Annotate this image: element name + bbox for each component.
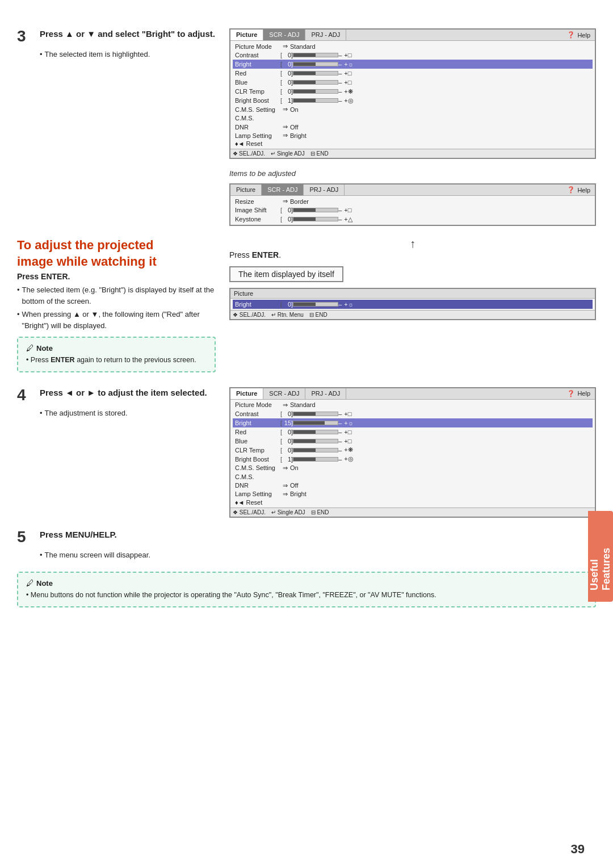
step5-left: 5 Press MENU/HELP. The menu screen will … xyxy=(17,529,216,563)
osd-lamp: Lamp Setting ⇒ Bright xyxy=(233,131,593,140)
s4-bright-bar xyxy=(293,421,338,425)
small-osd: Picture Bright [ 0 ] – +☼ xyxy=(229,288,596,320)
note-icon: Note xyxy=(26,343,207,353)
osd-tab-picture: Picture xyxy=(230,30,263,40)
osd-contrast: Contrast [ 0 ] – +□ xyxy=(233,51,593,60)
osd-s4-tab-prjadj: PRJ - ADJ xyxy=(305,388,346,399)
step4-title: Press ◄ or ► to adjust the item selected… xyxy=(40,387,207,399)
step4-number: 4 xyxy=(17,387,34,403)
osd-middle-body: Resize ⇒ Border Image Shift [ 0 ] – +□ xyxy=(230,196,595,225)
osd-reset: ♦◄ Reset xyxy=(233,140,593,148)
footer-end: ⊟ END xyxy=(310,150,329,157)
osd-top-header: Picture SCR - ADJ PRJ - ADJ ❓ Help xyxy=(230,30,595,41)
step3-number: 3 xyxy=(17,28,34,44)
s4-red-bar xyxy=(293,430,338,434)
step3-section: 3 Press ▲ or ▼ and select "Bright" to ad… xyxy=(17,28,596,228)
brightboost-bar xyxy=(293,98,338,103)
page-number: 39 xyxy=(571,842,585,857)
osd-s4-cms: C.M.S. xyxy=(233,472,593,481)
middle-bullet1: The selected item (e.g. "Bright") is dis… xyxy=(17,284,216,307)
s4-blue-bar xyxy=(293,439,338,443)
osd-help: ❓ Help xyxy=(562,30,595,40)
osd-s4-reset: ♦◄ Reset xyxy=(233,498,593,506)
osd-top-footer: ❖ SEL./ADJ. ↵ Single ADJ ⊟ END xyxy=(230,149,595,158)
middle-left: To adjust the projected image while watc… xyxy=(17,237,216,378)
osd-top: Picture SCR - ADJ PRJ - ADJ ❓ Help Pictu… xyxy=(229,28,596,159)
step5-bullet1: The menu screen will disappear. xyxy=(40,550,216,561)
keystone-bar xyxy=(293,217,338,221)
step4-body: The adjustment is stored. xyxy=(40,408,216,419)
small-footer-sel: ❖ SEL./ADJ. xyxy=(233,312,266,318)
contrast-bar xyxy=(293,53,338,57)
osd-mid-help: ❓ Help xyxy=(562,184,595,195)
osd-cms-setting: C.M.S. Setting ⇒ On xyxy=(233,105,593,114)
press-enter-right: ↑ Press ENTER. xyxy=(229,237,596,259)
s4-footer-single: ↵ Single ADJ xyxy=(271,509,305,515)
osd-mid-tab-prjadj: PRJ - ADJ xyxy=(304,184,345,195)
note-section: Note • Press ENTER again to return to th… xyxy=(17,337,216,372)
osd-s4-red: Red [ 0 ] – +□ xyxy=(233,427,593,437)
osd-clrtemp: CLR Temp [ 0 ] – +❋ xyxy=(233,87,593,96)
imageshift-bar xyxy=(293,208,338,212)
press-enter-label: Press ENTER. xyxy=(17,272,216,281)
osd-s4-picture-mode: Picture Mode ⇒ Standard xyxy=(233,401,593,409)
osd-tab-scradj: SCR - ADJ xyxy=(263,30,305,40)
osd-middle: Picture SCR - ADJ PRJ - ADJ ❓ Help Resiz… xyxy=(229,183,596,226)
item-displayed-label: The item displayed by itself xyxy=(229,266,343,282)
step3-right: Picture SCR - ADJ PRJ - ADJ ❓ Help Pictu… xyxy=(229,28,596,228)
side-tab-label: Useful Features xyxy=(589,522,612,590)
osd-tab-prjadj: PRJ - ADJ xyxy=(305,30,346,40)
osd-s4-tab-scradj: SCR - ADJ xyxy=(263,388,305,399)
osd-s4-clrtemp: CLR Temp [ 0 ] – +❋ xyxy=(233,446,593,455)
bottom-note-icon: Note xyxy=(26,578,587,588)
osd-red: Red [ 0 ] – +□ xyxy=(233,69,593,78)
small-footer-rtn: ↵ Rtn. Menu xyxy=(271,312,304,318)
small-footer-end: ⊟ END xyxy=(309,312,328,318)
osd-blue: Blue [ 0 ] – +□ xyxy=(233,78,593,87)
clrtemp-bar xyxy=(293,89,338,94)
middle-bullets: The selected item (e.g. "Bright") is dis… xyxy=(17,284,216,331)
osd-imageshift: Image Shift [ 0 ] – +□ xyxy=(233,206,593,215)
osd-dnr: DNR ⇒ Off xyxy=(233,123,593,131)
s4-footer-end: ⊟ END xyxy=(311,509,329,515)
osd-s4-blue: Blue [ 0 ] – +□ xyxy=(233,437,593,446)
step3-bullet1: The selected item is highlighted. xyxy=(40,49,216,60)
small-osd-header: Picture xyxy=(230,289,595,299)
red-bar xyxy=(293,71,338,76)
s4-brightboost-bar xyxy=(293,457,338,462)
side-tab: Useful Features xyxy=(588,511,613,602)
footer-single: ↵ Single ADJ xyxy=(271,150,305,157)
osd-resize: Resize ⇒ Border xyxy=(233,197,593,206)
osd-s4-tab-picture: Picture xyxy=(230,388,263,399)
osd-s4-contrast: Contrast [ 0 ] – +□ xyxy=(233,409,593,418)
osd-step4: Picture SCR - ADJ PRJ - ADJ ❓ Help Pictu… xyxy=(229,387,596,518)
step3-header: 3 Press ▲ or ▼ and select "Bright" to ad… xyxy=(17,28,216,44)
bottom-note: Note • Menu buttons do not function whil… xyxy=(17,572,596,607)
osd-mid-tab-picture: Picture xyxy=(230,184,262,195)
osd-keystone: Keystone [ 0 ] – +△ xyxy=(233,215,593,224)
bright-bar xyxy=(293,62,338,66)
step5-title: Press MENU/HELP. xyxy=(40,529,117,540)
note-text: • Press ENTER again to return to the pre… xyxy=(26,355,207,366)
arrow-up-icon: ↑ xyxy=(229,237,596,250)
step3-left: 3 Press ▲ or ▼ and select "Bright" to ad… xyxy=(17,28,216,228)
middle-right: ↑ Press ENTER. The item displayed by its… xyxy=(229,237,596,378)
step5-body: The menu screen will disappear. xyxy=(40,550,216,561)
big-heading: To adjust the projected image while watc… xyxy=(17,237,216,270)
middle-bullet2: When pressing ▲ or ▼, the following item… xyxy=(17,309,216,331)
osd-mid-tab-scradj: SCR - ADJ xyxy=(262,184,304,195)
osd-step4-body: Picture Mode ⇒ Standard Contrast [ 0 ] – xyxy=(230,400,595,508)
osd-s4-dnr: DNR ⇒ Off xyxy=(233,481,593,490)
help-icon: ❓ xyxy=(567,31,575,39)
osd-bright: Bright [ 0 ] – +☼ xyxy=(233,60,593,69)
small-osd-footer: ❖ SEL./ADJ. ↵ Rtn. Menu ⊟ END xyxy=(230,310,595,319)
osd-cms: C.M.S. xyxy=(233,114,593,123)
s4-clrtemp-bar xyxy=(293,448,338,452)
s4-contrast-bar xyxy=(293,412,338,416)
osd-s4-brightboost: Bright Boost [ 1 ] – +◎ xyxy=(233,455,593,464)
step4-header: 4 Press ◄ or ► to adjust the item select… xyxy=(17,387,216,403)
small-bright-bar xyxy=(293,302,338,307)
help-icon3: ❓ xyxy=(567,390,575,397)
step4-left: 4 Press ◄ or ► to adjust the item select… xyxy=(17,387,216,520)
bottom-note-text: • Menu buttons do not function while the… xyxy=(26,590,587,601)
